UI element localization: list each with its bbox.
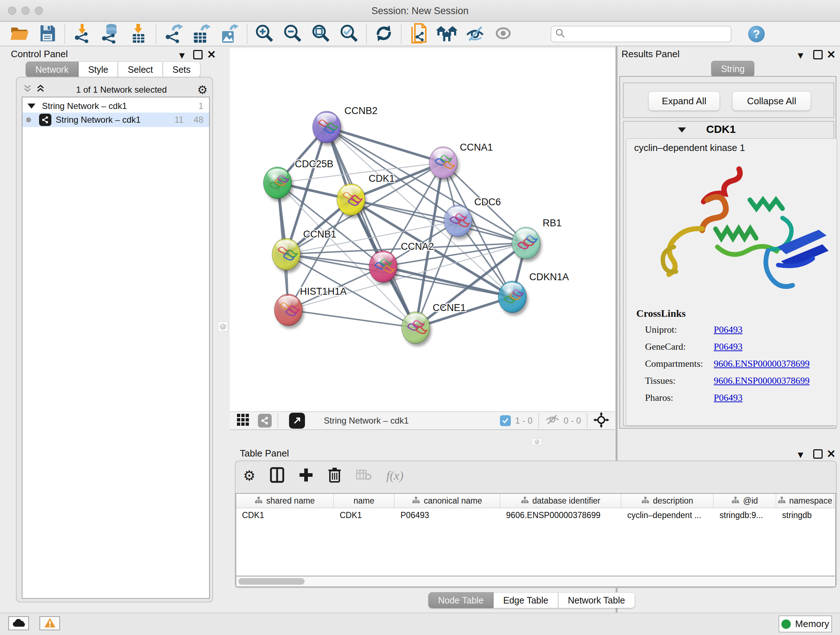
column-header-name[interactable]: name	[334, 494, 395, 508]
expand-all-button[interactable]: Expand All	[648, 91, 720, 111]
birds-eye-view-icon[interactable]	[236, 413, 250, 428]
detach-view-button[interactable]	[289, 413, 305, 429]
tab-node-table[interactable]: Node Table	[428, 592, 493, 608]
string-view-icon[interactable]	[258, 414, 272, 428]
table-panel-close-icon[interactable]: ✕	[827, 448, 836, 459]
import-network-from-database-button[interactable]	[96, 24, 125, 44]
network-node-CDK1[interactable]	[337, 184, 367, 218]
tab-select[interactable]: Select	[118, 62, 163, 78]
horizontal-splitter-handle[interactable]	[532, 438, 542, 445]
hide-selected-button[interactable]	[461, 24, 489, 44]
gene-disclosure-icon[interactable]	[678, 127, 686, 133]
delete-column-trash-icon[interactable]	[328, 467, 341, 485]
network-edge[interactable]	[327, 127, 443, 163]
search-input[interactable]	[566, 29, 722, 39]
add-column-icon[interactable]	[299, 468, 313, 484]
open-session-button[interactable]	[5, 24, 33, 44]
left-splitter-handle[interactable]	[218, 321, 228, 332]
selected-checkbox-icon[interactable]	[500, 415, 511, 426]
tab-network[interactable]: Network	[26, 62, 79, 78]
zoom-fit-button[interactable]	[307, 24, 335, 44]
table-row[interactable]: CDK1CDK1P064939606.ENSP00000378699cyclin…	[236, 508, 835, 523]
crosslink-value-link[interactable]: 9606.ENSP00000378699	[714, 375, 810, 386]
zoom-selected-button[interactable]	[335, 24, 363, 44]
tab-sets[interactable]: Sets	[163, 62, 201, 78]
import-network-from-file-button[interactable]	[68, 24, 96, 44]
results-panel-close-icon[interactable]: ✕	[827, 49, 836, 60]
node-table[interactable]: shared namenamecanonical namedatabase id…	[235, 493, 836, 576]
share-document-button[interactable]	[404, 24, 433, 44]
save-session-button[interactable]	[33, 24, 62, 44]
table-horizontal-scrollbar[interactable]	[235, 576, 836, 587]
crosslink-value-link[interactable]: P06493	[714, 393, 742, 403]
export-image-button[interactable]	[216, 24, 244, 44]
network-canvas[interactable]: CCNB2CCNA1CDC25BCDK1CDC6RB1CCNB1CCNA2CDK…	[230, 48, 615, 411]
crosslink-value-link[interactable]: P06493	[714, 341, 742, 352]
refresh-button[interactable]	[370, 24, 398, 44]
table-cell[interactable]: cyclin–dependent ...	[622, 508, 714, 523]
table-cell[interactable]: P06493	[395, 508, 500, 523]
collapse-all-networks-icon[interactable]	[22, 84, 33, 96]
warnings-button[interactable]	[39, 616, 60, 630]
table-options-gear-icon[interactable]: ⚙	[243, 468, 256, 484]
zoom-in-button[interactable]	[250, 24, 279, 44]
results-panel-float-icon[interactable]	[813, 50, 823, 59]
table-cell[interactable]: stringdb:9...	[714, 508, 776, 523]
network-node-RB1[interactable]	[512, 227, 542, 262]
column-header-description[interactable]: description	[622, 494, 714, 508]
table-panel-float-icon[interactable]	[813, 449, 823, 459]
network-edge[interactable]	[288, 310, 416, 328]
network-row-selected[interactable]: String Network – cdk1 11 48	[22, 112, 209, 127]
collapse-all-button[interactable]: Collapse All	[732, 91, 811, 111]
table-cell[interactable]: 9606.ENSP00000378699	[500, 508, 622, 523]
network-node-HIST1H1A[interactable]	[274, 294, 304, 329]
tab-network-table[interactable]: Network Table	[558, 592, 635, 608]
table-panel-menu-icon[interactable]: ▼	[796, 450, 805, 459]
export-network-button[interactable]	[159, 24, 187, 44]
column-header-@id[interactable]: @id	[714, 494, 776, 508]
tab-style[interactable]: Style	[79, 62, 118, 78]
tab-edge-table[interactable]: Edge Table	[493, 592, 558, 608]
control-panel-float-icon[interactable]	[193, 50, 202, 59]
control-panel-menu-icon[interactable]: ▼	[177, 51, 187, 60]
table-cell[interactable]: CDK1	[236, 508, 334, 523]
column-header-namespace[interactable]: namespace	[776, 494, 834, 508]
column-header-extra[interactable]	[834, 494, 836, 508]
import-table-button[interactable]	[125, 24, 153, 44]
network-node-CCNB2[interactable]	[313, 111, 343, 146]
show-columns-icon[interactable]	[270, 467, 284, 485]
table-scrollbar-thumb[interactable]	[238, 578, 305, 585]
network-node-CCNA2[interactable]	[369, 250, 399, 285]
network-options-gear-icon[interactable]: ⚙	[197, 83, 208, 97]
table-cell[interactable]: stringdb	[776, 508, 834, 523]
table-cell[interactable]: CDK1	[334, 508, 395, 523]
pan-crosshair-icon[interactable]	[593, 412, 609, 429]
network-node-CCNA1[interactable]	[429, 147, 459, 181]
column-header-database-identifier[interactable]: database identifier	[500, 494, 622, 508]
column-header-canonical-name[interactable]: canonical name	[395, 494, 500, 508]
network-edge[interactable]	[383, 266, 512, 297]
zoom-out-button[interactable]	[279, 24, 307, 44]
crosslink-value-link[interactable]: 9606.ENSP00000378699	[714, 358, 810, 369]
help-button[interactable]: ?	[748, 26, 765, 42]
expand-all-networks-icon[interactable]	[35, 84, 46, 96]
cloud-button[interactable]	[8, 616, 29, 630]
show-all-button[interactable]	[489, 24, 517, 44]
string-network-graph[interactable]: CCNB2CCNA1CDC25BCDK1CDC6RB1CCNB1CCNA2CDK…	[230, 48, 615, 411]
results-panel-menu-icon[interactable]: ▼	[796, 51, 805, 60]
column-header-shared-name[interactable]: shared name	[236, 494, 334, 508]
search-field[interactable]	[551, 26, 731, 42]
crosslink-value-link[interactable]: P06493	[714, 325, 742, 335]
network-node-CDC25B[interactable]	[264, 167, 294, 202]
memory-button[interactable]: Memory	[778, 616, 832, 632]
network-node-CCNE1[interactable]	[401, 312, 431, 347]
first-neighbors-button[interactable]	[433, 24, 461, 44]
network-edge[interactable]	[327, 127, 416, 328]
table-cell[interactable]	[834, 508, 836, 523]
network-collection-row[interactable]: String Network – cdk1 1	[22, 100, 209, 112]
control-panel-close-icon[interactable]: ✕	[207, 49, 216, 60]
export-table-button[interactable]	[187, 24, 216, 44]
collection-disclosure-icon[interactable]	[27, 103, 35, 109]
tab-string[interactable]: String	[711, 61, 754, 77]
network-node-CDKN1A[interactable]	[498, 281, 528, 316]
